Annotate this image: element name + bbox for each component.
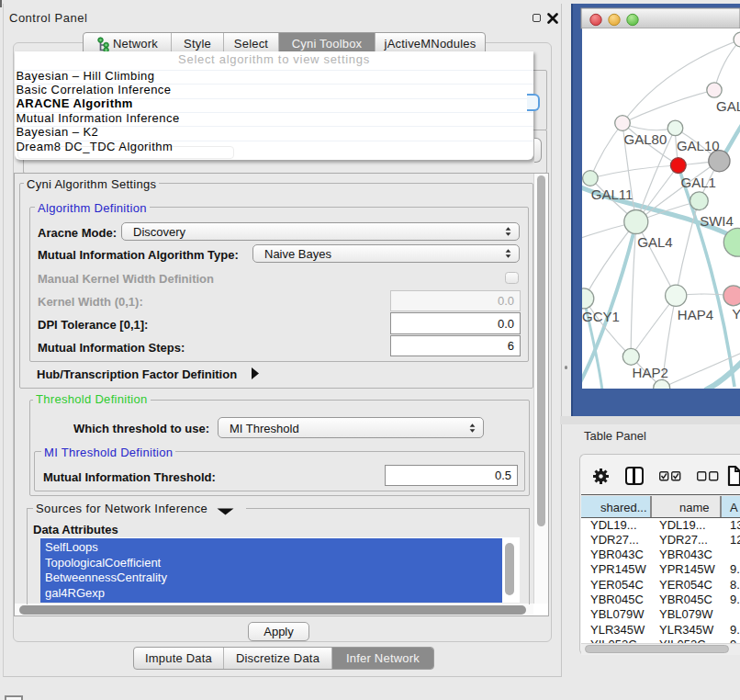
svg-text:Y: Y <box>732 306 740 322</box>
svg-text:GAL4: GAL4 <box>637 234 672 250</box>
svg-text:SWI4: SWI4 <box>700 213 734 229</box>
svg-text:HAP2: HAP2 <box>633 365 668 380</box>
svg-text:GAL1: GAL1 <box>681 175 716 190</box>
svg-text:GAL10: GAL10 <box>677 138 720 153</box>
svg-text:GAL11: GAL11 <box>591 186 633 202</box>
svg-text:GCY1: GCY1 <box>582 309 620 324</box>
svg-text:GAL80: GAL80 <box>624 131 667 147</box>
svg-text:HAP4: HAP4 <box>678 307 713 322</box>
svg-text:GAL7: GAL7 <box>716 98 740 114</box>
